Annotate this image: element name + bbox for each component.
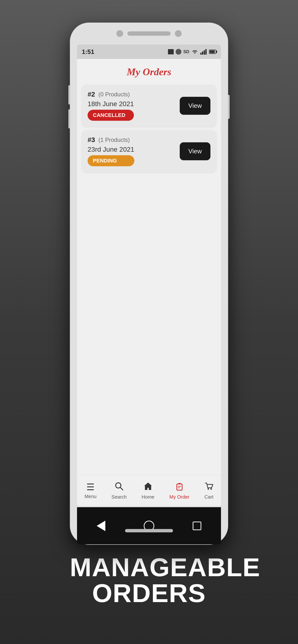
phone-sensors (116, 30, 182, 37)
svg-point-4 (116, 483, 121, 488)
order-info-1: #2 (0 Products) 18th June 2021 CANCELLED (88, 90, 134, 121)
view-button-2[interactable]: View (180, 142, 210, 160)
volume-up-button[interactable] (68, 85, 70, 104)
order-status-cancelled: CANCELLED (88, 110, 134, 121)
nav-label-home: Home (141, 494, 154, 500)
speaker (127, 32, 171, 36)
nav-item-cart[interactable]: Cart (204, 482, 214, 500)
phone-wrapper: 1:51 SD (70, 22, 228, 593)
order-products-2: (1 Products) (98, 136, 130, 143)
order-header-1: #2 (0 Products) (88, 90, 134, 98)
android-nav-bar (77, 507, 221, 544)
status-icon-box (168, 49, 174, 54)
svg-line-5 (120, 488, 123, 490)
order-info-2: #3 (1 Products) 23rd June 2021 PENDING (88, 136, 134, 166)
promo-label: MANAGEABLE ORDERS (70, 554, 228, 606)
order-date-2: 23rd June 2021 (88, 146, 134, 153)
volume-down-button[interactable] (68, 109, 70, 128)
phone-bottom-bar (125, 529, 173, 532)
promo-line1: MANAGEABLE (70, 554, 228, 580)
status-icon-circle (176, 49, 181, 54)
cart-icon (204, 482, 214, 493)
menu-icon: ☰ (86, 482, 95, 492)
myorder-icon (175, 482, 184, 493)
svg-point-10 (208, 488, 209, 490)
status-icons: SD (168, 49, 216, 54)
android-recent-button[interactable] (190, 519, 204, 533)
phone-screen: 1:51 SD (77, 44, 221, 506)
search-icon (114, 482, 123, 493)
bottom-nav: ☰ Menu Search (77, 475, 221, 506)
battery-icon (209, 50, 216, 54)
status-bar: 1:51 SD (77, 44, 221, 59)
nav-label-search: Search (112, 494, 127, 500)
order-number-2: #3 (88, 136, 95, 144)
view-button-1[interactable]: View (180, 97, 210, 115)
svg-rect-7 (177, 484, 182, 490)
order-card-1: #2 (0 Products) 18th June 2021 CANCELLED… (82, 85, 216, 126)
order-card-2: #3 (1 Products) 23rd June 2021 PENDING V… (82, 130, 216, 172)
home-icon (143, 482, 153, 493)
page-title: My Orders (77, 59, 221, 82)
camera-right (175, 30, 182, 37)
nav-label-menu: Menu (84, 494, 96, 499)
order-products-1: (0 Products) (98, 91, 130, 98)
order-number-1: #2 (88, 90, 95, 98)
svg-marker-6 (144, 482, 152, 490)
nav-item-search[interactable]: Search (112, 482, 127, 500)
svg-rect-0 (200, 53, 202, 54)
status-time: 1:51 (82, 48, 94, 56)
android-back-button[interactable] (94, 519, 108, 533)
svg-rect-1 (202, 52, 203, 54)
phone-device: 1:51 SD (70, 22, 228, 545)
nav-label-cart: Cart (204, 494, 214, 500)
orders-list: #2 (0 Products) 18th June 2021 CANCELLED… (77, 82, 221, 174)
status-icon-sd: SD (183, 49, 189, 54)
svg-rect-3 (205, 49, 207, 54)
back-triangle-icon (97, 520, 105, 531)
svg-rect-2 (204, 50, 205, 54)
signal-icon (200, 49, 207, 54)
camera-left (116, 30, 123, 37)
order-date-1: 18th June 2021 (88, 100, 134, 108)
promo-line2: ORDERS (70, 580, 228, 606)
nav-item-menu[interactable]: ☰ Menu (84, 482, 96, 499)
nav-item-myorder[interactable]: My Order (169, 482, 189, 500)
nav-label-myorder: My Order (169, 494, 189, 500)
svg-point-11 (210, 488, 212, 490)
wifi-icon (191, 49, 198, 54)
order-status-pending: PENDING (88, 155, 134, 166)
order-header-2: #3 (1 Products) (88, 136, 134, 144)
app-content: My Orders #2 (0 Products) 18th June 2021… (77, 59, 221, 506)
power-button[interactable] (228, 95, 230, 119)
recent-square-icon (193, 522, 201, 530)
content-spacer (77, 174, 221, 475)
nav-item-home[interactable]: Home (141, 482, 154, 500)
